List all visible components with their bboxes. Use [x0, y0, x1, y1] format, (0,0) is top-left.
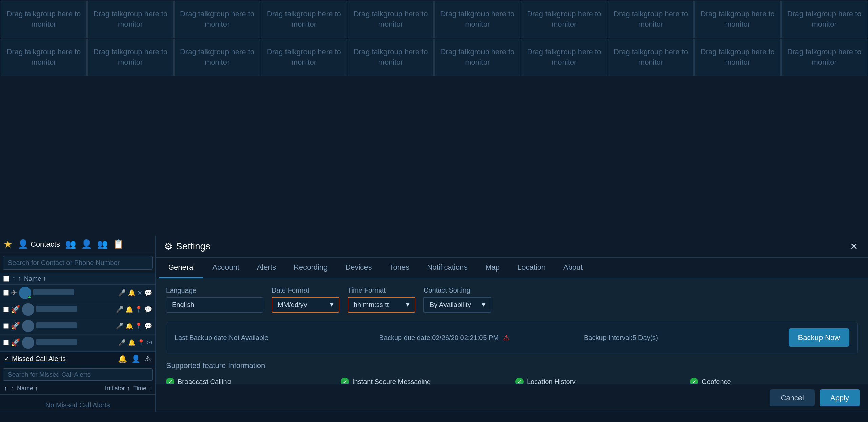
mic-icon-1[interactable]: 🎤 — [118, 289, 126, 297]
contact-actions-4: 🎤 🔔 📍 ✉ — [118, 339, 152, 346]
monitor-cell[interactable]: Drag talkgroup here to monitor — [348, 39, 434, 76]
name-sort-header[interactable]: Name ↑ — [17, 385, 38, 392]
rocket-icon-3: 🚀 — [11, 322, 20, 330]
time-format-label: Time Format — [348, 286, 415, 294]
location-icon-4[interactable]: 📍 — [137, 339, 145, 346]
missed-calls-label: Missed Call Alerts — [12, 355, 66, 363]
cancel-button[interactable]: Cancel — [770, 389, 814, 406]
date-format-select[interactable]: MM/dd/yy dd/MM/yy yy/MM/dd — [272, 297, 339, 313]
name-column-header[interactable]: Name ↑ — [24, 275, 46, 282]
contact-checkbox-3[interactable] — [3, 323, 9, 329]
language-input[interactable] — [166, 297, 263, 313]
chat-icon-3[interactable]: 💬 — [144, 322, 152, 330]
bell-icon-4[interactable]: 🔔 — [128, 339, 135, 346]
monitor-cell[interactable]: Drag talkgroup here to monitor — [87, 39, 174, 76]
location-icon-3[interactable]: 📍 — [135, 322, 142, 330]
monitor-cell[interactable]: Drag talkgroup here to monitor — [694, 39, 781, 76]
checkmark-icon: ✓ — [4, 355, 10, 363]
mic-icon-3[interactable]: 🎤 — [116, 322, 123, 330]
missed-calls-tab[interactable]: ✓ Missed Call Alerts — [4, 355, 66, 363]
sort-up-2[interactable]: ↑ — [18, 275, 22, 282]
feature-item: ✓Geofence — [690, 376, 858, 384]
bell-icon-2[interactable]: 🔔 — [125, 306, 133, 313]
monitor-cell[interactable]: Drag talkgroup here to monitor — [1, 1, 87, 38]
feature-item: ✓Broadcast Calling — [166, 376, 334, 384]
settings-close-button[interactable]: ✕ — [848, 240, 860, 253]
sidebar-tab-bar: ★ 👤 Contacts 👥 👤 👥 📋 — [0, 236, 155, 253]
monitor-cell[interactable]: Drag talkgroup here to monitor — [608, 1, 694, 38]
location-icon-2[interactable]: 📍 — [135, 306, 142, 313]
message-icon-4[interactable]: ✉ — [147, 339, 152, 346]
bell-icon-3[interactable]: 🔔 — [125, 322, 133, 330]
rocket-icon-4: 🚀 — [11, 338, 20, 347]
favorites-tab[interactable]: ★ — [3, 238, 13, 250]
date-format-select-wrapper: MM/dd/yy dd/MM/yy yy/MM/dd ▼ — [272, 297, 339, 313]
backup-now-button[interactable]: Backup Now — [789, 328, 850, 347]
monitor-cell[interactable]: Drag talkgroup here to monitor — [261, 1, 347, 38]
contact-checkbox-4[interactable] — [3, 340, 9, 345]
apply-button[interactable]: Apply — [820, 389, 860, 406]
add-contact-tab[interactable]: 👤 — [81, 239, 92, 249]
monitor-cell[interactable]: Drag talkgroup here to monitor — [781, 39, 867, 76]
monitor-cell[interactable]: Drag talkgroup here to monitor — [608, 39, 694, 76]
tab-location[interactable]: Location — [509, 258, 554, 278]
feature-item: ✓Location History — [515, 376, 683, 384]
tab-about[interactable]: About — [554, 258, 592, 278]
tab-notifications[interactable]: Notifications — [418, 258, 476, 278]
tab-general[interactable]: General — [159, 258, 203, 278]
sort-icon-2[interactable]: ↑ — [11, 385, 14, 392]
monitor-cell[interactable]: Drag talkgroup here to monitor — [174, 1, 260, 38]
settings-title-text: Settings — [176, 241, 210, 252]
monitor-cell[interactable]: Drag talkgroup here to monitor — [521, 1, 607, 38]
tab-alerts[interactable]: Alerts — [248, 258, 285, 278]
sort-icon-1[interactable]: ↑ — [4, 385, 7, 392]
time-sort-header[interactable]: Time ↓ — [133, 385, 151, 392]
time-format-select[interactable]: hh:mm:ss tt HH:mm:ss hh:mm tt — [348, 297, 415, 313]
features-grid: ✓Broadcast Calling✓Instant Secure Messag… — [166, 376, 858, 384]
import-tab[interactable]: 📋 — [113, 239, 124, 249]
bell-icon-1[interactable]: 🔔 — [128, 289, 135, 297]
contact-sorting-select-wrapper: By Availability By Name By Status ▼ — [423, 297, 491, 313]
monitor-cell[interactable]: Drag talkgroup here to monitor — [521, 39, 607, 76]
groups-tab[interactable]: 👥 — [65, 239, 76, 249]
mic-icon-4[interactable]: 🎤 — [118, 339, 126, 346]
contact-checkbox-1[interactable] — [3, 290, 9, 296]
features-title: Supported feature Information — [166, 361, 858, 370]
monitor-cell[interactable]: Drag talkgroup here to monitor — [87, 1, 174, 38]
chat-icon-1[interactable]: 💬 — [144, 289, 152, 297]
mic-icon-2[interactable]: 🎤 — [116, 306, 123, 313]
monitor-cell[interactable]: Drag talkgroup here to monitor — [434, 39, 520, 76]
settings-dialog: ⚙ Settings ✕ General Account Alerts Reco… — [156, 236, 868, 412]
sort-up-1[interactable]: ↑ — [12, 275, 16, 282]
tab-account[interactable]: Account — [203, 258, 248, 278]
avatar-1 — [19, 287, 31, 299]
chat-icon-2[interactable]: 💬 — [144, 306, 152, 313]
monitor-cell[interactable]: Drag talkgroup here to monitor — [174, 39, 260, 76]
tab-map[interactable]: Map — [476, 258, 509, 278]
monitor-cell[interactable]: Drag talkgroup here to monitor — [781, 1, 867, 38]
monitor-cell[interactable]: Drag talkgroup here to monitor — [261, 39, 347, 76]
bell-alert-icon[interactable]: 🔔 — [118, 355, 127, 363]
tab-recording[interactable]: Recording — [285, 258, 336, 278]
person-alert-icon[interactable]: 👤 — [131, 355, 140, 363]
select-all-checkbox[interactable] — [3, 276, 9, 282]
monitor-cell[interactable]: Drag talkgroup here to monitor — [348, 1, 434, 38]
ban-icon-1[interactable]: ✕ — [137, 289, 142, 297]
warning-alert-icon[interactable]: ⚠ — [144, 355, 151, 363]
tab-devices[interactable]: Devices — [336, 258, 380, 278]
contacts-tab[interactable]: 👤 Contacts — [18, 239, 60, 249]
contacts-search-input[interactable] — [3, 256, 153, 270]
online-indicator-1 — [28, 296, 31, 299]
contact-sorting-select[interactable]: By Availability By Name By Status — [423, 297, 491, 313]
contact-checkbox-2[interactable] — [3, 307, 9, 312]
feature-name: Broadcast Calling — [178, 378, 231, 384]
missed-calls-search-input[interactable] — [3, 368, 153, 381]
monitor-cell[interactable]: Drag talkgroup here to monitor — [1, 39, 87, 76]
initiator-sort-header[interactable]: Initiator ↑ — [105, 385, 130, 392]
settings-form-row: Language Date Format MM/dd/yy dd/MM/yy y… — [166, 286, 858, 313]
monitor-cell[interactable]: Drag talkgroup here to monitor — [694, 1, 781, 38]
tab-tones[interactable]: Tones — [381, 258, 418, 278]
contact-name-4 — [36, 339, 116, 347]
monitor-cell[interactable]: Drag talkgroup here to monitor — [434, 1, 520, 38]
add-group-tab[interactable]: 👥 — [97, 239, 108, 249]
